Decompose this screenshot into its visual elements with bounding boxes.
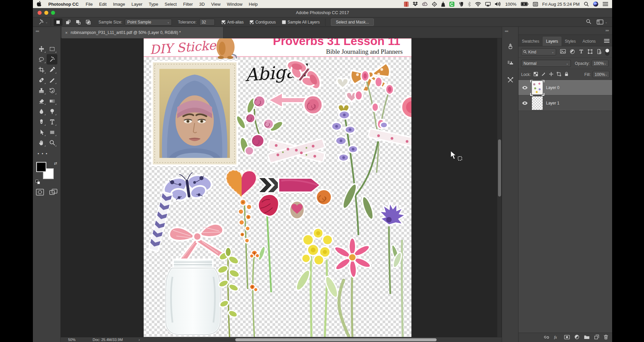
default-colors-icon[interactable] [36,180,40,184]
lasso-tool[interactable] [36,54,47,65]
notification-center-icon[interactable] [603,2,608,6]
apple-icon[interactable] [37,1,42,7]
anti-alias-checkbox[interactable]: Anti-alias [221,20,244,25]
dodge-tool[interactable] [47,106,57,117]
mask-icon[interactable] [564,335,570,340]
horizontal-scrollbar-thumb[interactable] [235,338,437,341]
type-tool[interactable] [47,117,57,127]
creative-cloud-icon[interactable] [422,2,428,6]
tab-actions[interactable]: Actions [579,37,599,46]
close-tab-icon[interactable]: × [65,30,68,35]
vertical-scrollbar[interactable] [497,38,501,337]
selection-mode-new[interactable] [54,18,62,26]
tolerance-input[interactable]: 32 [199,19,215,26]
clone-stamp-tool[interactable] [36,85,47,96]
menu-app-name[interactable]: Photoshop CC [48,2,79,7]
lock-paint-icon[interactable] [541,72,546,77]
fx-icon[interactable]: fx [554,335,559,340]
tool-presets-panel-icon[interactable] [506,75,515,85]
sample-all-layers-checkbox[interactable]: Sample All Layers [282,20,320,25]
menu-image[interactable]: Image [113,2,125,7]
clone-source-panel-icon[interactable] [506,58,515,68]
crosshair-icon[interactable] [432,2,437,7]
blend-mode-dropdown[interactable]: Normal⌄ [521,60,571,67]
menu-layer[interactable]: Layer [132,2,143,7]
toolbar-more-icon[interactable]: • • • [38,151,48,156]
hamburger-icon[interactable] [604,39,609,44]
quick-mask-icon[interactable] [36,189,44,197]
zoom-tool[interactable] [47,137,57,148]
hand-tool[interactable] [36,137,47,148]
dropbox-icon[interactable] [413,2,418,6]
selection-mode-add[interactable] [64,18,72,26]
layer-thumbnail[interactable] [532,96,543,110]
tab-layers[interactable]: Layers [543,37,561,46]
menu-help[interactable]: Help [249,2,258,7]
workspace-icon[interactable]: ⌄ [597,19,607,25]
trash-icon[interactable] [604,335,608,340]
menu-3d[interactable]: 3D [199,2,205,7]
tab-swatches[interactable]: Swatches [518,37,543,46]
link-icon[interactable] [544,335,549,340]
folder-icon[interactable] [584,335,590,340]
zoom-level[interactable]: 50% [68,338,76,342]
brush-panel-icon[interactable] [506,42,515,51]
lock-move-icon[interactable] [549,72,553,77]
layer-row-1[interactable]: Layer 1 [518,95,612,111]
filter-toggle-switch[interactable] [605,48,609,56]
filter-type-icon[interactable] [579,49,584,55]
healing-brush-tool[interactable] [36,75,47,85]
eye-icon[interactable] [521,86,529,90]
title-bar[interactable]: Adobe Photoshop CC 2017 [33,8,612,17]
menu-select[interactable]: Select [164,2,177,7]
film-icon[interactable] [404,2,408,7]
filter-image-icon[interactable] [560,49,566,55]
eraser-tool[interactable] [36,96,47,106]
move-tool[interactable] [36,44,47,54]
selection-mode-intersect[interactable] [84,18,93,26]
canvas[interactable]: Abigail [144,38,411,337]
layer-thumbnail[interactable] [532,81,543,94]
evernote-icon[interactable] [459,2,463,7]
eyedropper-tool[interactable] [47,65,57,75]
foreground-color-swatch[interactable] [36,162,46,172]
lock-all-icon[interactable] [564,72,568,77]
spotlight-icon[interactable] [584,2,589,6]
opacity-value[interactable]: 100%⌄ [592,60,608,67]
ink-icon[interactable] [441,2,445,7]
contiguous-checkbox[interactable]: Contiguous [250,20,276,25]
crop-tool[interactable] [36,65,47,75]
menu-view[interactable]: View [211,2,220,7]
marquee-tool[interactable] [47,44,57,54]
wifi-icon[interactable] [475,2,481,6]
history-brush-tool[interactable] [47,85,57,96]
fill-value[interactable]: 100%⌄ [593,71,609,78]
c-app-icon[interactable] [449,2,454,7]
input-source-icon[interactable] [533,2,538,6]
toolbar-collapse-icon[interactable]: «« [36,29,39,33]
airplay-icon[interactable] [485,2,491,6]
filter-adjustment-icon[interactable] [570,49,575,55]
menu-window[interactable]: Window [227,2,242,7]
gradient-tool[interactable] [47,96,57,106]
swap-colors-icon[interactable]: ⇄ [54,161,57,166]
search-icon[interactable] [586,19,591,25]
filter-smart-icon[interactable] [597,49,601,55]
menu-file[interactable]: File [86,2,93,7]
new-layer-icon[interactable] [594,335,599,340]
magic-wand-tool[interactable] [47,54,57,65]
screen-mode-icon[interactable] [49,189,57,197]
document-tab[interactable]: × robinsampson_P31_L11_art01.pdf @ 50% (… [62,27,224,38]
blur-tool[interactable] [36,106,47,117]
bluetooth-icon[interactable] [468,2,471,7]
selection-mode-subtract[interactable] [74,18,83,26]
layer-name[interactable]: Layer 0 [546,85,559,90]
eye-icon[interactable] [521,101,529,105]
adjustment-icon[interactable] [575,335,579,340]
panel-expand-icon[interactable]: »» [605,28,609,32]
tool-preset-picker[interactable]: ⌄ [38,19,48,26]
menu-clock[interactable]: Fri Aug 25 5:24 PM [542,2,580,7]
menu-type[interactable]: Type [149,2,158,7]
select-and-mask-button[interactable]: Select and Mask... [331,18,374,26]
filter-shape-icon[interactable] [588,49,593,55]
